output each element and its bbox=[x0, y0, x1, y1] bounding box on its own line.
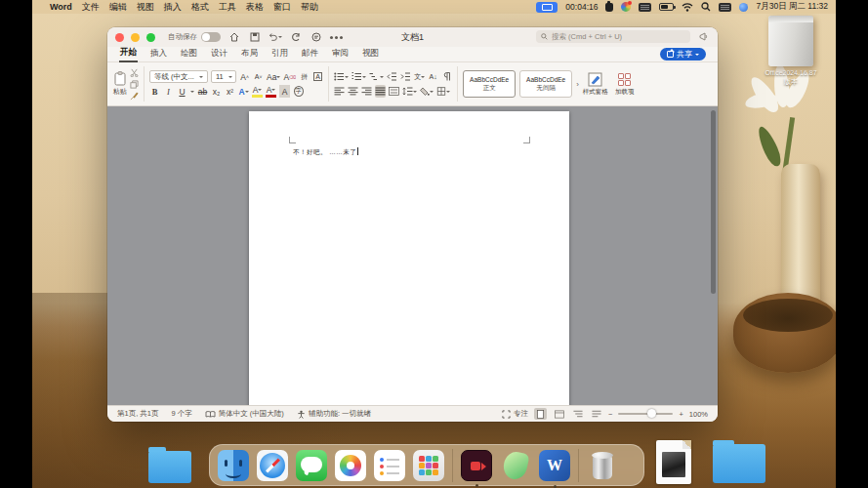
tab-design[interactable]: 设计 bbox=[210, 47, 228, 61]
undo-icon[interactable] bbox=[269, 30, 282, 44]
battery-icon[interactable] bbox=[659, 3, 674, 11]
menu-item-insert[interactable]: 插入 bbox=[164, 1, 182, 14]
undo-dropdown-caret[interactable] bbox=[278, 36, 282, 40]
menu-item-edit[interactable]: 编辑 bbox=[109, 1, 127, 14]
dock-finder-icon[interactable] bbox=[218, 450, 249, 481]
save-icon[interactable] bbox=[248, 30, 262, 44]
screen-recording-indicator[interactable] bbox=[536, 2, 558, 13]
phonetic-guide-button[interactable]: 拼 bbox=[299, 70, 310, 83]
font-size-select[interactable]: 11 bbox=[211, 70, 236, 83]
borders-button[interactable] bbox=[436, 85, 450, 98]
autosave-control[interactable]: 自动保存 bbox=[168, 32, 221, 42]
spotlight-search-icon[interactable] bbox=[701, 2, 711, 12]
paragraph-mark-button[interactable] bbox=[441, 70, 452, 83]
grow-font-button[interactable]: A˄ bbox=[239, 70, 250, 83]
input-source-icon[interactable] bbox=[719, 3, 731, 12]
app-notification-icon[interactable] bbox=[621, 2, 631, 12]
enclose-characters-button[interactable]: 字 bbox=[293, 85, 304, 98]
pointer-tool-icon[interactable] bbox=[605, 3, 613, 12]
dock-safari-icon[interactable] bbox=[257, 450, 288, 481]
zoom-slider-knob[interactable] bbox=[647, 409, 656, 418]
search-field[interactable]: 搜索 (Cmd + Ctrl + U) bbox=[536, 30, 690, 43]
shrink-font-button[interactable]: A˅ bbox=[253, 70, 264, 83]
draft-view-button[interactable] bbox=[590, 408, 602, 420]
print-layout-view-button[interactable] bbox=[534, 408, 547, 420]
font-name-select[interactable]: 等线 (中文... bbox=[149, 70, 208, 83]
more-toolbar-icon[interactable] bbox=[330, 36, 333, 39]
style-no-spacing[interactable]: AaBbCcDdEe 无间隔 bbox=[519, 70, 572, 98]
focus-mode-button[interactable]: 专注 bbox=[502, 409, 528, 419]
menu-item-view[interactable]: 视图 bbox=[137, 1, 154, 14]
tab-layout[interactable]: 布局 bbox=[240, 47, 259, 61]
underline-caret[interactable] bbox=[190, 91, 194, 95]
paste-button[interactable]: 粘贴 bbox=[113, 71, 127, 97]
control-center-icon[interactable] bbox=[739, 3, 748, 12]
document-page[interactable]: 不！好吧。 ……来了 bbox=[249, 111, 569, 405]
dock-trash-icon[interactable] bbox=[587, 450, 618, 481]
autosave-toggle[interactable] bbox=[201, 32, 221, 42]
tab-review[interactable]: 审阅 bbox=[331, 47, 350, 61]
bullet-list-button[interactable] bbox=[334, 70, 349, 83]
menu-item-format[interactable]: 格式 bbox=[191, 1, 209, 14]
document-text[interactable]: 不！好吧。 ……来了 bbox=[293, 147, 358, 157]
tab-draw[interactable]: 绘图 bbox=[180, 47, 198, 61]
addins-button[interactable]: 加载项 bbox=[612, 73, 638, 95]
character-border-button[interactable]: A bbox=[312, 70, 323, 83]
character-shading-button[interactable]: A bbox=[279, 85, 290, 98]
home-icon[interactable] bbox=[227, 30, 241, 44]
align-right-button[interactable] bbox=[361, 85, 372, 98]
change-case-button[interactable]: Aa bbox=[267, 70, 280, 83]
align-left-button[interactable] bbox=[334, 85, 345, 98]
menu-item-window[interactable]: 窗口 bbox=[273, 1, 291, 14]
zoom-level[interactable]: 100% bbox=[689, 410, 708, 419]
zoom-slider[interactable] bbox=[618, 413, 673, 415]
proofing-status[interactable]: 简体中文 (中国大陆) bbox=[205, 409, 284, 419]
style-pane-button[interactable]: 样式窗格 bbox=[583, 72, 608, 95]
italic-button[interactable]: I bbox=[163, 85, 174, 98]
wifi-icon[interactable] bbox=[682, 3, 693, 12]
align-center-button[interactable] bbox=[348, 85, 358, 98]
zoom-in-button[interactable]: + bbox=[679, 410, 682, 419]
tab-home[interactable]: 开始 bbox=[119, 46, 138, 62]
zoom-out-button[interactable]: − bbox=[608, 410, 612, 419]
styles-gallery-more-icon[interactable]: › bbox=[576, 80, 579, 89]
clock-date[interactable]: 7月30日 周二 11:32 bbox=[756, 1, 828, 13]
dock-messages-icon[interactable] bbox=[296, 450, 327, 481]
accessibility-status[interactable]: 辅助功能: 一切就绪 bbox=[297, 409, 371, 419]
multilevel-list-button[interactable] bbox=[369, 70, 384, 83]
keyboard-icon[interactable] bbox=[639, 3, 651, 12]
dock-launchpad-icon[interactable] bbox=[413, 450, 444, 481]
bold-button[interactable]: B bbox=[149, 85, 160, 98]
cut-icon[interactable] bbox=[130, 68, 139, 77]
justify-button[interactable] bbox=[375, 85, 386, 98]
vertical-scrollbar[interactable] bbox=[711, 110, 716, 294]
minimize-button[interactable] bbox=[131, 33, 140, 42]
sort-button[interactable]: A↓ bbox=[428, 70, 438, 83]
close-button[interactable] bbox=[115, 33, 124, 42]
redo-icon[interactable] bbox=[289, 30, 303, 44]
dock-reminders-icon[interactable] bbox=[374, 450, 405, 481]
strikethrough-button[interactable]: ab bbox=[197, 85, 208, 98]
format-painter-icon[interactable] bbox=[130, 92, 139, 101]
desktop-folder-left[interactable] bbox=[148, 451, 191, 483]
menu-item-file[interactable]: 文件 bbox=[82, 1, 100, 14]
copy-icon[interactable] bbox=[130, 80, 139, 89]
dock-photos-icon[interactable] bbox=[335, 450, 366, 481]
tab-insert[interactable]: 插入 bbox=[149, 47, 168, 61]
web-layout-view-button[interactable] bbox=[553, 408, 565, 420]
dock-leaf-app-icon[interactable] bbox=[500, 450, 531, 481]
desktop-file-icon[interactable] bbox=[656, 440, 691, 484]
tab-references[interactable]: 引用 bbox=[270, 47, 289, 61]
word-count[interactable]: 9 个字 bbox=[172, 409, 192, 419]
dock-word-icon[interactable]: W bbox=[539, 450, 570, 481]
menu-item-tools[interactable]: 工具 bbox=[219, 1, 236, 14]
desktop-folder-right[interactable] bbox=[713, 444, 765, 483]
line-spacing-button[interactable] bbox=[402, 85, 417, 98]
menu-item-table[interactable]: 表格 bbox=[246, 1, 264, 14]
text-effects-button[interactable]: A bbox=[238, 85, 249, 98]
subscript-button[interactable]: x₂ bbox=[211, 85, 222, 98]
desktop-icon-office-installer[interactable]: Office2024.16.87 版本 bbox=[757, 16, 825, 87]
menu-item-help[interactable]: 帮助 bbox=[301, 1, 318, 14]
shading-button[interactable] bbox=[420, 85, 434, 98]
highlight-color-button[interactable]: A bbox=[252, 85, 263, 98]
